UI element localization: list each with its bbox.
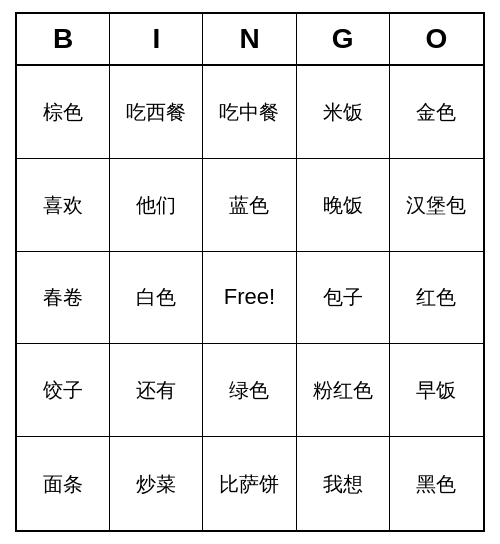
cell-3-4: 早饭 [390, 344, 483, 437]
cell-3-1: 还有 [110, 344, 203, 437]
bingo-card: BINGO 棕色吃西餐吃中餐米饭金色喜欢他们蓝色晚饭汉堡包春卷白色Free!包子… [15, 12, 485, 532]
cell-2-0: 春卷 [17, 252, 110, 345]
cell-2-1: 白色 [110, 252, 203, 345]
cell-3-3: 粉红色 [297, 344, 390, 437]
cell-1-2: 蓝色 [203, 159, 296, 252]
header-letter: I [110, 14, 203, 64]
cell-4-3: 我想 [297, 437, 390, 530]
cell-2-4: 红色 [390, 252, 483, 345]
cell-0-1: 吃西餐 [110, 66, 203, 159]
cell-2-2: Free! [203, 252, 296, 345]
cell-4-2: 比萨饼 [203, 437, 296, 530]
header-letter: O [390, 14, 483, 64]
bingo-grid: 棕色吃西餐吃中餐米饭金色喜欢他们蓝色晚饭汉堡包春卷白色Free!包子红色饺子还有… [17, 66, 483, 530]
cell-0-2: 吃中餐 [203, 66, 296, 159]
bingo-header: BINGO [17, 14, 483, 66]
header-letter: N [203, 14, 296, 64]
cell-0-4: 金色 [390, 66, 483, 159]
cell-4-0: 面条 [17, 437, 110, 530]
header-letter: B [17, 14, 110, 64]
cell-0-0: 棕色 [17, 66, 110, 159]
cell-4-4: 黑色 [390, 437, 483, 530]
cell-1-1: 他们 [110, 159, 203, 252]
cell-3-0: 饺子 [17, 344, 110, 437]
header-letter: G [297, 14, 390, 64]
cell-1-3: 晚饭 [297, 159, 390, 252]
cell-1-4: 汉堡包 [390, 159, 483, 252]
cell-0-3: 米饭 [297, 66, 390, 159]
cell-2-3: 包子 [297, 252, 390, 345]
cell-3-2: 绿色 [203, 344, 296, 437]
cell-1-0: 喜欢 [17, 159, 110, 252]
cell-4-1: 炒菜 [110, 437, 203, 530]
